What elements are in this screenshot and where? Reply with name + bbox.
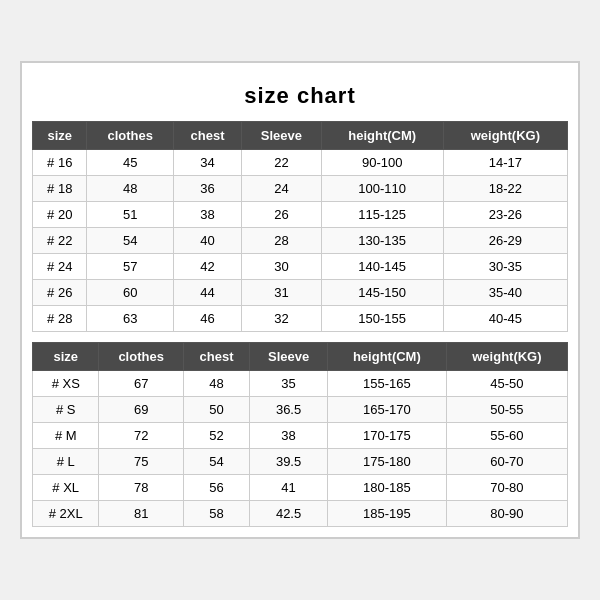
table-cell: 67 [99, 371, 183, 397]
table-cell: 78 [99, 475, 183, 501]
table-cell: # XS [33, 371, 99, 397]
table-cell: 57 [87, 254, 173, 280]
table-cell: # 28 [33, 306, 87, 332]
size-chart-container: size chart sizeclotheschestSleeveheight(… [20, 61, 580, 539]
table2-header-cell: size [33, 343, 99, 371]
table-cell: 50 [183, 397, 249, 423]
table-cell: 30-35 [443, 254, 567, 280]
table-cell: 72 [99, 423, 183, 449]
table-cell: # S [33, 397, 99, 423]
table-cell: 81 [99, 501, 183, 527]
table-cell: 50-55 [446, 397, 567, 423]
table2-header-cell: Sleeve [250, 343, 328, 371]
table-cell: 46 [173, 306, 241, 332]
table-cell: # 18 [33, 176, 87, 202]
table-cell: 51 [87, 202, 173, 228]
table-cell: 31 [242, 280, 322, 306]
table-cell: # 20 [33, 202, 87, 228]
table1-header-row: sizeclotheschestSleeveheight(CM)weight(K… [33, 122, 568, 150]
table2-header-cell: height(CM) [327, 343, 446, 371]
chart-title: size chart [32, 73, 568, 121]
table-cell: # 16 [33, 150, 87, 176]
table-row: # 2XL815842.5185-19580-90 [33, 501, 568, 527]
table-row: # XL785641180-18570-80 [33, 475, 568, 501]
table2-header-cell: weight(KG) [446, 343, 567, 371]
table-cell: 41 [250, 475, 328, 501]
table2-header-row: sizeclotheschestSleeveheight(CM)weight(K… [33, 343, 568, 371]
table-row: # M725238170-17555-60 [33, 423, 568, 449]
table-cell: 14-17 [443, 150, 567, 176]
table-cell: 28 [242, 228, 322, 254]
table-cell: 100-110 [321, 176, 443, 202]
table-cell: 150-155 [321, 306, 443, 332]
table-cell: 24 [242, 176, 322, 202]
table-cell: 26 [242, 202, 322, 228]
table-cell: 45-50 [446, 371, 567, 397]
table-cell: 54 [87, 228, 173, 254]
table-cell: 70-80 [446, 475, 567, 501]
table1-header-cell: height(CM) [321, 122, 443, 150]
table-cell: 165-170 [327, 397, 446, 423]
table-cell: 52 [183, 423, 249, 449]
table-cell: # 24 [33, 254, 87, 280]
table-cell: 80-90 [446, 501, 567, 527]
table-cell: 115-125 [321, 202, 443, 228]
table-cell: 170-175 [327, 423, 446, 449]
table-cell: 35-40 [443, 280, 567, 306]
table-cell: 180-185 [327, 475, 446, 501]
table-cell: 145-150 [321, 280, 443, 306]
table-cell: 45 [87, 150, 173, 176]
table-cell: 185-195 [327, 501, 446, 527]
table-row: # 22544028130-13526-29 [33, 228, 568, 254]
size-table-1: sizeclotheschestSleeveheight(CM)weight(K… [32, 121, 568, 332]
table-cell: 63 [87, 306, 173, 332]
table-cell: 42 [173, 254, 241, 280]
table-cell: 35 [250, 371, 328, 397]
table-cell: 30 [242, 254, 322, 280]
table-cell: # L [33, 449, 99, 475]
size-table-2: sizeclotheschestSleeveheight(CM)weight(K… [32, 342, 568, 527]
table-cell: # XL [33, 475, 99, 501]
table-row: # S695036.5165-17050-55 [33, 397, 568, 423]
table1-header-cell: Sleeve [242, 122, 322, 150]
table-cell: 175-180 [327, 449, 446, 475]
table-cell: 39.5 [250, 449, 328, 475]
table-row: # L755439.5175-18060-70 [33, 449, 568, 475]
table-cell: 60 [87, 280, 173, 306]
table-cell: 90-100 [321, 150, 443, 176]
table-cell: # 26 [33, 280, 87, 306]
table1-header-cell: weight(KG) [443, 122, 567, 150]
table-row: # 24574230140-14530-35 [33, 254, 568, 280]
table-cell: 54 [183, 449, 249, 475]
table-cell: 36 [173, 176, 241, 202]
table-row: # 28634632150-15540-45 [33, 306, 568, 332]
table-cell: 55-60 [446, 423, 567, 449]
table-cell: 36.5 [250, 397, 328, 423]
table-cell: 18-22 [443, 176, 567, 202]
table-cell: 34 [173, 150, 241, 176]
table-row: # XS674835155-16545-50 [33, 371, 568, 397]
table-cell: 40 [173, 228, 241, 254]
table-cell: 56 [183, 475, 249, 501]
table-cell: 58 [183, 501, 249, 527]
table2-header-cell: clothes [99, 343, 183, 371]
table-cell: 130-135 [321, 228, 443, 254]
table-row: # 20513826115-12523-26 [33, 202, 568, 228]
table-cell: 48 [183, 371, 249, 397]
table-cell: 26-29 [443, 228, 567, 254]
table-row: # 26604431145-15035-40 [33, 280, 568, 306]
table-cell: 48 [87, 176, 173, 202]
table-cell: 32 [242, 306, 322, 332]
table-cell: 140-145 [321, 254, 443, 280]
table-cell: 40-45 [443, 306, 567, 332]
table1-header-cell: size [33, 122, 87, 150]
table-row: # 1645342290-10014-17 [33, 150, 568, 176]
table-row: # 18483624100-11018-22 [33, 176, 568, 202]
table1-header-cell: clothes [87, 122, 173, 150]
table-cell: # 22 [33, 228, 87, 254]
table-cell: 60-70 [446, 449, 567, 475]
table-cell: 22 [242, 150, 322, 176]
table-cell: # M [33, 423, 99, 449]
table-cell: 75 [99, 449, 183, 475]
table2-header-cell: chest [183, 343, 249, 371]
